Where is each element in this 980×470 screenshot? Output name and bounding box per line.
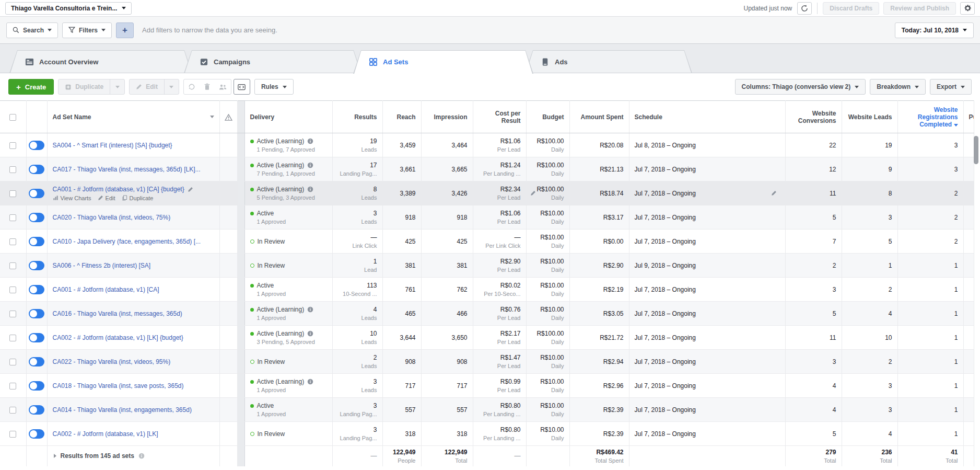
tab-account-overview[interactable]: Account Overview	[9, 50, 192, 73]
cell-schedule[interactable]: Jul 7, 2018 – Ongoing	[629, 350, 785, 374]
header-reach[interactable]: Reach	[382, 101, 421, 133]
cell-schedule[interactable]: Jul 7, 2018 – Ongoing	[629, 302, 785, 326]
refresh-button[interactable]	[797, 2, 812, 15]
cell-budget[interactable]: R$10.00Daily	[526, 302, 569, 326]
ad-set-name-link[interactable]: CA022 - Thiago Varella (inst, videos, 95…	[53, 358, 171, 365]
ad-set-name-link[interactable]: CA001 - # Jotform (database, v1) [CA]	[53, 286, 159, 293]
cell-schedule[interactable]: Jul 7, 2018 – Ongoing	[629, 230, 785, 254]
cell-schedule[interactable]: Jul 7, 2018 – Ongoing	[629, 278, 785, 302]
header-results[interactable]: Results	[332, 101, 382, 133]
row-checkbox[interactable]	[9, 311, 16, 317]
tab-ad-sets[interactable]: Ad Sets	[353, 50, 533, 73]
row-checkbox[interactable]	[9, 166, 16, 173]
row-checkbox[interactable]	[9, 142, 16, 149]
status-toggle[interactable]	[29, 357, 44, 366]
header-budget[interactable]: Budget	[526, 101, 569, 133]
vertical-scrollbar-thumb[interactable]	[974, 136, 978, 164]
row-action-view-charts[interactable]: View Charts	[53, 195, 91, 201]
status-toggle[interactable]	[29, 165, 44, 174]
ad-set-name-link[interactable]: CA020 - Thiago Varella (inst, videos, 75…	[53, 214, 171, 221]
see-changes-button[interactable]	[234, 79, 250, 95]
search-button[interactable]: Search	[6, 22, 58, 38]
row-checkbox[interactable]	[9, 383, 16, 389]
cell-schedule[interactable]: Jul 7, 2018 – Ongoing	[629, 422, 785, 446]
cell-budget[interactable]: R$100.00Daily	[526, 326, 569, 350]
info-icon[interactable]	[307, 306, 313, 313]
row-action-duplicate[interactable]: Duplicate	[122, 195, 154, 201]
status-toggle[interactable]	[29, 429, 44, 439]
cell-budget[interactable]: R$10.00Daily	[526, 350, 569, 374]
duplicate-button[interactable]: Duplicate	[59, 79, 110, 94]
header-ad-set-name[interactable]: Ad Set Name	[47, 101, 219, 133]
select-all-checkbox[interactable]	[9, 114, 16, 121]
tab-campaigns[interactable]: Campaigns	[184, 50, 361, 73]
filters-button[interactable]: Filters	[62, 22, 112, 38]
ad-set-name-link[interactable]: CA010 - Japa Delivery (face, engagements…	[53, 238, 201, 245]
pencil-icon[interactable]	[530, 190, 536, 196]
header-delivery[interactable]: Delivery	[244, 101, 332, 133]
header-cost-per-result[interactable]: Cost per Result	[473, 101, 526, 133]
add-filter-button[interactable]: +	[116, 22, 134, 38]
cell-schedule[interactable]: Jul 9, 2018 – Ongoing	[629, 254, 785, 278]
cell-schedule[interactable]: Jul 7, 2018 – Ongoing	[629, 398, 785, 422]
cell-schedule[interactable]: Jul 7, 2018 – Ongoing	[629, 374, 785, 398]
ad-set-name-link[interactable]: CA002 - # Jotform (database, v1) [LK]	[53, 430, 158, 438]
status-toggle[interactable]	[29, 261, 44, 270]
ad-set-name-link[interactable]: CA017 - Thiago Varella (inst, messages, …	[53, 166, 201, 173]
create-button[interactable]: + Create	[8, 79, 54, 95]
columns-button[interactable]: Columns: Thiago (conversão view 2)	[735, 79, 866, 95]
header-schedule[interactable]: Schedule	[629, 101, 785, 133]
breakdown-button[interactable]: Breakdown	[870, 79, 926, 95]
delete-button[interactable]	[200, 79, 215, 94]
revert-button[interactable]	[184, 79, 200, 94]
status-toggle[interactable]	[29, 405, 44, 415]
ad-set-name-link[interactable]: CA016 - Thiago Varella (inst, messages, …	[53, 310, 182, 317]
ad-set-name-link[interactable]: CA018 - Thiago Varella (inst, save posts…	[53, 382, 184, 389]
cell-budget[interactable]: R$10.00Daily	[526, 254, 569, 278]
header-purchases-cut[interactable]: Pu	[963, 101, 974, 133]
ad-set-name-link[interactable]: CA001 - # Jotform (database, v1) [CA] {b…	[53, 186, 184, 193]
header-alerts[interactable]	[219, 101, 237, 133]
status-toggle[interactable]	[29, 285, 44, 294]
discard-drafts-button[interactable]: Discard Drafts	[823, 2, 879, 15]
summary-label-cell[interactable]: Results from 145 ad sets	[47, 446, 219, 466]
status-toggle[interactable]	[29, 141, 44, 150]
ad-set-name-link[interactable]: CA002 - # Jotform (database, v1) [LK] {b…	[53, 334, 183, 341]
duplicate-dropdown[interactable]	[110, 79, 124, 94]
settings-button[interactable]	[960, 2, 975, 15]
review-and-publish-button[interactable]: Review and Publish	[883, 2, 956, 15]
cell-schedule[interactable]: Jul 7, 2018 – Ongoing	[629, 326, 785, 350]
cell-schedule[interactable]: Jul 7, 2018 – Ongoing	[629, 157, 785, 181]
edit-dropdown[interactable]	[164, 79, 179, 94]
status-toggle[interactable]	[29, 237, 44, 246]
audience-button[interactable]	[215, 79, 231, 94]
header-website-conversions[interactable]: Website Conversions	[785, 101, 842, 133]
cell-budget[interactable]: R$10.00Daily	[526, 278, 569, 302]
row-checkbox[interactable]	[9, 238, 16, 245]
header-website-registrations[interactable]: Website Registrations Completed	[897, 101, 963, 133]
cell-budget[interactable]: R$10.00Daily	[526, 230, 569, 254]
row-checkbox[interactable]	[9, 214, 16, 221]
row-checkbox[interactable]	[9, 262, 16, 269]
row-checkbox[interactable]	[9, 286, 16, 293]
cell-budget[interactable]: R$100.00Daily	[526, 181, 569, 205]
cell-budget[interactable]: R$10.00Daily	[526, 422, 569, 446]
cell-budget[interactable]: R$100.00Daily	[526, 133, 569, 157]
info-icon[interactable]	[307, 138, 313, 144]
export-button[interactable]: Export	[930, 79, 972, 95]
header-website-leads[interactable]: Website Leads	[842, 101, 897, 133]
rules-button[interactable]: Rules	[254, 79, 294, 95]
row-checkbox[interactable]	[9, 431, 16, 438]
header-amount-spent[interactable]: Amount Spent	[569, 101, 629, 133]
status-toggle[interactable]	[29, 381, 44, 391]
row-action-edit[interactable]: Edit	[98, 195, 115, 201]
cell-budget[interactable]: R$100.00Daily	[526, 157, 569, 181]
cell-budget[interactable]: R$10.00Daily	[526, 398, 569, 422]
info-icon[interactable]	[307, 162, 313, 168]
status-toggle[interactable]	[29, 309, 44, 318]
status-toggle[interactable]	[29, 333, 44, 342]
account-selector[interactable]: Thiago Varella Consultoria e Trein...	[5, 2, 132, 15]
edit-button[interactable]: Edit	[130, 79, 164, 94]
status-toggle[interactable]	[29, 189, 44, 198]
row-checkbox[interactable]	[9, 335, 16, 341]
